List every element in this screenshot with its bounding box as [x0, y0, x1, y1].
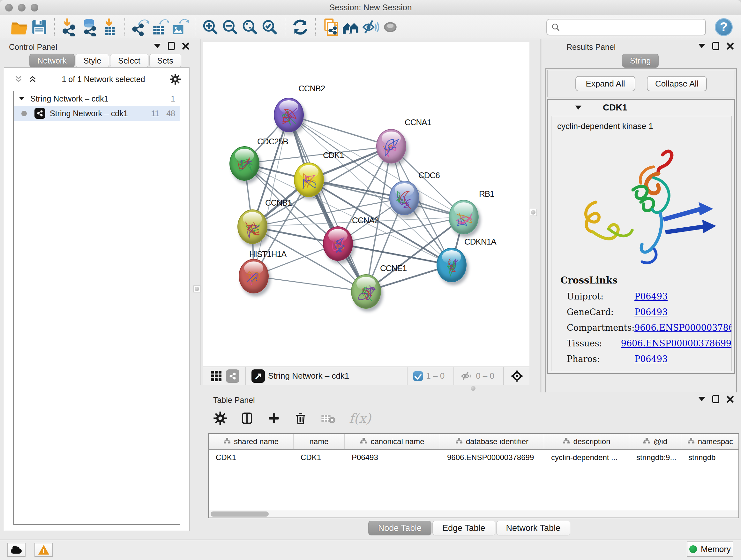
delete-table-icon[interactable] [320, 411, 336, 425]
string-style-icon[interactable] [226, 369, 239, 383]
tree-expand-icon[interactable] [19, 97, 24, 101]
show-columns-icon[interactable] [240, 411, 254, 425]
save-session-icon[interactable] [29, 17, 49, 37]
column-header--id[interactable]: @id [629, 434, 681, 449]
zoom-out-icon[interactable] [220, 17, 240, 37]
tab-network[interactable]: Network [29, 54, 75, 68]
panel-close-icon[interactable] [726, 395, 734, 403]
fit-selected-crosshair-icon[interactable] [510, 369, 524, 383]
panel-float-icon[interactable] [168, 42, 175, 50]
panel-close-icon[interactable] [726, 42, 734, 50]
tab-edge-table[interactable]: Edge Table [432, 521, 495, 536]
table-row[interactable]: CDK1CDK1P064939606.ENSP00000378699cyclin… [209, 450, 738, 466]
toolbar-separator [454, 367, 454, 385]
export-image-icon[interactable] [170, 17, 190, 37]
birdseye-view-icon[interactable]: ↗ [252, 369, 265, 383]
table-panel: Table Panel f(x) shared namenamecanonica… [199, 392, 741, 537]
tab-sets[interactable]: Sets [149, 54, 181, 68]
tab-style[interactable]: Style [76, 54, 110, 68]
network-node-hist1h1a[interactable] [239, 259, 269, 294]
import-table-icon[interactable] [99, 17, 119, 37]
tab-node-table[interactable]: Node Table [368, 521, 431, 536]
column-header-namespac[interactable]: namespac [681, 434, 739, 449]
selected-checkbox-icon[interactable] [413, 371, 423, 381]
network-node-cdc25b[interactable] [229, 146, 259, 181]
network-node-ccne1[interactable] [351, 274, 381, 309]
horizontal-splitter-handle[interactable] [471, 386, 475, 391]
grid-view-icon[interactable] [211, 371, 221, 381]
column-header-canonical-name[interactable]: canonical name [345, 434, 440, 449]
table-horizontal-scrollbar[interactable] [209, 510, 738, 517]
zoom-fit-icon[interactable] [240, 17, 260, 37]
network-view-canvas[interactable]: CCNB2CCNA1CDC25BCDK1CDC6RB1CCNB1CCNA2CDK… [203, 42, 529, 367]
string-home-icon[interactable] [341, 17, 360, 37]
expand-all-chevron-icon[interactable] [14, 74, 23, 84]
collapse-all-chevron-icon[interactable] [28, 74, 37, 84]
panel-menu-icon[interactable] [698, 44, 705, 48]
zoom-selected-icon[interactable] [260, 17, 280, 37]
section-collapse-icon[interactable] [575, 106, 582, 110]
crosslink-link[interactable]: P06493 [634, 292, 668, 301]
import-network-icon[interactable] [60, 17, 80, 37]
table-options-gear-icon[interactable] [213, 411, 227, 425]
cloud-icon [11, 549, 22, 554]
hierarchy-sort-icon [687, 437, 695, 446]
tab-network-table[interactable]: Network Table [496, 521, 570, 536]
panel-menu-icon[interactable] [154, 44, 161, 48]
crosslink-link[interactable]: P06493 [634, 354, 668, 364]
show-eye-icon[interactable] [381, 17, 400, 37]
network-node-rb1[interactable] [449, 200, 479, 234]
network-options-gear-icon[interactable] [170, 73, 181, 85]
column-header-description[interactable]: description [544, 434, 629, 449]
search-box[interactable] [546, 19, 706, 36]
collapse-all-button[interactable]: Collapse All [647, 76, 707, 91]
network-state-dot-icon [21, 111, 27, 116]
copy-network-icon[interactable] [321, 17, 341, 37]
network-node-cdkn1a[interactable] [436, 248, 467, 282]
column-header-database-identifier[interactable]: database identifier [440, 434, 544, 449]
gene-section-header[interactable]: CDK1 [548, 100, 734, 115]
open-session-icon[interactable] [10, 17, 29, 37]
add-column-icon[interactable] [267, 411, 281, 425]
memory-button[interactable]: Memory [687, 542, 733, 557]
network-node-ccna2[interactable] [323, 226, 353, 261]
expand-all-button[interactable]: Expand All [576, 76, 635, 91]
refresh-icon[interactable] [290, 17, 310, 37]
left-splitter[interactable] [200, 39, 201, 385]
left-splitter-handle[interactable] [193, 286, 200, 293]
delete-column-icon[interactable] [293, 411, 308, 425]
panel-float-icon[interactable] [712, 395, 719, 403]
network-node-ccna1[interactable] [376, 129, 406, 164]
hierarchy-sort-icon [223, 437, 231, 446]
network-node-ccnb2[interactable] [274, 98, 304, 132]
network-node-cdc6[interactable] [389, 181, 419, 215]
column-header-shared-name[interactable]: shared name [209, 434, 293, 449]
panel-float-icon[interactable] [712, 42, 719, 50]
scrollbar-thumb[interactable] [211, 511, 269, 516]
network-row[interactable]: String Network – cdk1 11 48 [14, 106, 180, 121]
network-node-ccnb1[interactable] [238, 209, 267, 244]
tab-select[interactable]: Select [110, 54, 148, 68]
network-node-cdk1[interactable] [294, 163, 324, 197]
export-table-icon[interactable] [150, 17, 170, 37]
column-header-name[interactable]: name [293, 434, 345, 449]
crosslink-link[interactable]: 9606.ENSP00000378699 [634, 323, 732, 333]
export-network-icon[interactable] [130, 17, 150, 37]
network-collection-row[interactable]: String Network – cdk1 1 [14, 91, 180, 106]
cloud-status-button[interactable] [7, 543, 25, 557]
crosslink-link[interactable]: P06493 [634, 307, 668, 317]
warnings-button[interactable]: ! [35, 543, 53, 557]
import-database-icon[interactable] [80, 17, 99, 37]
crosslink-link[interactable]: 9606.ENSP00000378699 [621, 338, 731, 348]
help-icon[interactable]: ? [715, 18, 733, 36]
tab-string[interactable]: String [622, 54, 659, 68]
hierarchy-sort-icon [643, 437, 650, 446]
zoom-in-icon[interactable] [200, 17, 220, 37]
network-edge-count: 48 [166, 109, 175, 118]
right-splitter-handle[interactable] [530, 209, 537, 216]
panel-close-icon[interactable] [182, 42, 190, 50]
panel-menu-icon[interactable] [698, 397, 705, 401]
node-label-ccna1: CCNA1 [405, 118, 431, 127]
search-input[interactable] [563, 21, 701, 34]
hide-toggle-icon[interactable] [360, 17, 381, 37]
